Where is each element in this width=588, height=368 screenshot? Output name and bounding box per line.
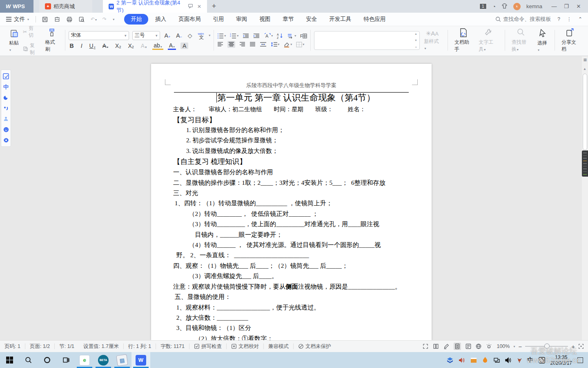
- align-center-icon[interactable]: [227, 41, 235, 48]
- status-section[interactable]: 节: 1/1: [55, 343, 79, 350]
- web-view-icon[interactable]: [476, 343, 481, 349]
- status-word-count[interactable]: 字数: 1171: [156, 343, 189, 350]
- tab-home[interactable]: 开始: [124, 14, 148, 25]
- redo-icon[interactable]: ↷: [102, 16, 107, 22]
- ime-assist-icon[interactable]: 中: [3, 84, 9, 90]
- cut-button[interactable]: ✂ 剪切: [23, 25, 38, 39]
- bold-icon[interactable]: B: [69, 43, 75, 49]
- text-tools-button[interactable]: 文字工具▾: [475, 28, 501, 53]
- outline-view-icon[interactable]: [466, 343, 471, 349]
- tray-clock-app-icon[interactable]: [539, 357, 545, 364]
- save-icon[interactable]: [42, 16, 48, 22]
- text-effects-icon[interactable]: A▾: [140, 43, 148, 49]
- book-view-icon[interactable]: [433, 343, 439, 349]
- mini-scroll-widget[interactable]: [582, 150, 588, 177]
- compat-mode-label[interactable]: 兼容模式: [264, 343, 293, 350]
- strikethrough-icon[interactable]: A▾: [101, 43, 109, 49]
- eye-protect-icon[interactable]: [486, 343, 492, 349]
- update-badge[interactable]: 1: [479, 3, 487, 9]
- more-menu-icon[interactable]: ⋮: [567, 16, 572, 22]
- undo-icon[interactable]: ↶▾: [91, 16, 97, 22]
- borders-icon[interactable]: ▾: [296, 42, 304, 47]
- tray-app-icon[interactable]: [517, 357, 522, 363]
- quickbar-more-icon[interactable]: ▾: [113, 18, 114, 21]
- taskbar-app-wps[interactable]: W: [131, 352, 150, 368]
- collapse-ribbon-icon[interactable]: ⌃: [578, 16, 582, 22]
- task-view-icon[interactable]: [56, 352, 75, 368]
- text-to-table-icon[interactable]: F: [300, 33, 307, 39]
- char-shading-icon[interactable]: A: [180, 43, 188, 49]
- close-window-button[interactable]: ✕: [572, 3, 585, 9]
- align-right-icon[interactable]: [239, 42, 245, 47]
- user-avatar[interactable]: k: [513, 3, 521, 10]
- vertical-scrollbar[interactable]: ▦ ▲: [582, 56, 588, 340]
- status-page[interactable]: 页面: 1/2: [25, 343, 54, 350]
- select-button[interactable]: 选择▾: [534, 29, 551, 52]
- print-preview-icon[interactable]: [78, 16, 85, 22]
- start-button[interactable]: [0, 352, 19, 368]
- document-tab[interactable]: W 2 第一章 认识生命现象(第4节) ✕: [103, 0, 207, 13]
- subscript-icon[interactable]: X2: [127, 43, 135, 49]
- font-color-icon[interactable]: A▾: [168, 42, 176, 50]
- align-left-icon[interactable]: [217, 42, 223, 47]
- find-replace-button[interactable]: 查找替换▾: [508, 28, 534, 53]
- bullet-list-icon[interactable]: ▾: [217, 33, 226, 39]
- tab-page-layout[interactable]: 页面布局: [173, 14, 206, 25]
- quick-check-icon[interactable]: [3, 73, 9, 79]
- status-setting[interactable]: 设置值: 1.7厘米: [79, 343, 123, 350]
- wps-home-tab[interactable]: W WPS: [0, 0, 33, 13]
- quote-icon[interactable]: [3, 105, 9, 111]
- notification-center-icon[interactable]: [577, 357, 583, 363]
- distribute-icon[interactable]: [260, 42, 267, 47]
- spell-check-button[interactable]: 拼写检查: [189, 343, 226, 350]
- styles-gallery-scroll[interactable]: ▲▼≡: [413, 32, 418, 49]
- underline-icon[interactable]: U▾: [88, 43, 97, 49]
- tab-special-apps[interactable]: 特色应用: [358, 14, 391, 25]
- paste-button[interactable]: 粘贴▾: [6, 29, 23, 52]
- zoom-caret-icon[interactable]: ▾: [513, 345, 515, 348]
- document-page[interactable]: 乐陵市西段中学八年级生物学科导学案 第一单元 第一章 认识生命现象（第4节） 主…: [151, 64, 432, 340]
- ime-indicator[interactable]: 中: [528, 357, 533, 364]
- status-page-number[interactable]: 页码: 1: [0, 343, 25, 350]
- scrollbar-thumb[interactable]: [583, 74, 587, 150]
- cortana-icon[interactable]: [38, 352, 56, 368]
- taskbar-app-360browser[interactable]: e: [75, 352, 94, 368]
- shading-icon[interactable]: ▾: [283, 42, 292, 47]
- file-menu-button[interactable]: 文件 ▾: [0, 16, 33, 23]
- pinyin-guide-icon[interactable]: wén文: [197, 32, 205, 39]
- fit-page-icon[interactable]: [578, 343, 584, 349]
- print-icon[interactable]: [66, 16, 73, 22]
- tray-flame-icon[interactable]: [482, 357, 488, 363]
- tab-section[interactable]: 章节: [277, 14, 299, 25]
- skin-icon[interactable]: [501, 3, 508, 10]
- doc-protection-status[interactable]: 文档未保护: [294, 343, 336, 350]
- font-name-select[interactable]: 宋体▾: [69, 31, 129, 40]
- settings-gear-icon[interactable]: [3, 137, 9, 143]
- line-spacing-icon[interactable]: ▾: [271, 42, 279, 47]
- ink-edit-icon[interactable]: [443, 343, 449, 349]
- highlight-icon[interactable]: ab▾: [152, 42, 163, 50]
- format-painter-button[interactable]: 格式刷: [42, 28, 62, 53]
- command-search[interactable]: 查找命令、搜索模板: [495, 16, 551, 23]
- justify-icon[interactable]: [249, 42, 256, 47]
- docer-circle-icon[interactable]: ◔: [492, 3, 496, 10]
- paragraph-mark-icon[interactable]: ▾: [287, 33, 296, 39]
- docer-shop-tab[interactable]: ✦ 稻壳商城: [39, 0, 92, 13]
- font-size-select[interactable]: 三号▾: [132, 31, 160, 40]
- zoom-slider[interactable]: [525, 346, 568, 347]
- close-document-icon[interactable]: ✕: [197, 4, 201, 9]
- tray-network-icon[interactable]: [493, 357, 500, 363]
- tab-insert[interactable]: 插入: [150, 14, 172, 25]
- decrease-indent-icon[interactable]: [243, 33, 249, 39]
- tab-references[interactable]: 引用: [207, 14, 229, 25]
- sort-icon[interactable]: AZ: [277, 33, 283, 39]
- new-tab-button[interactable]: +: [207, 0, 221, 13]
- increase-font-icon[interactable]: A+: [163, 32, 172, 39]
- taskbar-app-notepad[interactable]: ▤: [113, 352, 131, 368]
- increase-indent-icon[interactable]: [253, 33, 260, 39]
- copy-button[interactable]: 复制: [23, 42, 38, 56]
- feedback-smiley-icon[interactable]: [3, 126, 9, 132]
- new-style-button[interactable]: ✳AA 新样式▾: [420, 30, 444, 51]
- doc-assistant-button[interactable]: 文档助手: [451, 28, 475, 53]
- share-doc-button[interactable]: 分享文档: [558, 28, 582, 53]
